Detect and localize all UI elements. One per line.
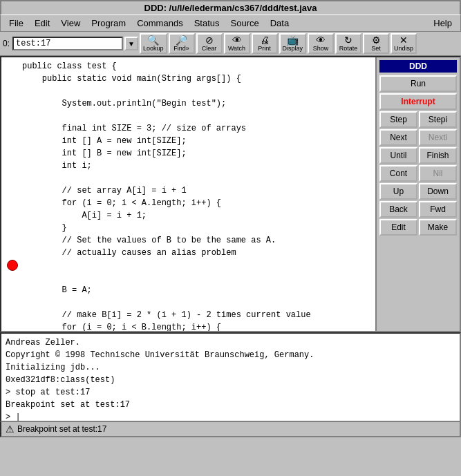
btn-row-until: Until Finish [379, 147, 457, 164]
print-icon: 🖨 [260, 35, 270, 45]
console-area[interactable]: Andreas Zeller. Copyright © 1998 Technis… [0, 332, 461, 422]
nexti-button[interactable]: Nexti [419, 129, 457, 146]
code-line-16: // actually causes an alias problem [22, 247, 371, 259]
breakpoint-marker [7, 260, 18, 271]
back-button[interactable]: Back [379, 201, 417, 218]
panel-title: DDD [379, 60, 457, 73]
until-button[interactable]: Until [379, 147, 417, 164]
code-line-15: // Set the values of B to be the same as… [22, 234, 371, 247]
rotate-icon: ↻ [344, 35, 352, 45]
undisp-icon: ✕ [399, 35, 408, 45]
show-button[interactable]: 👁 Show [308, 33, 334, 54]
fwd-button[interactable]: Fwd [419, 201, 457, 218]
code-line-8: int [] B = new int[SIZE]; [22, 147, 371, 160]
code-line-11: // set array A[i] = i + 1 [22, 184, 371, 197]
btn-row-cont: Cont Nil [379, 165, 457, 182]
code-line-7: int [] A = new int[SIZE]; [22, 135, 371, 147]
step-button[interactable]: Step [379, 111, 417, 128]
stepi-button[interactable]: Stepi [419, 111, 457, 128]
lookup-icon: 🔍 [147, 35, 159, 45]
console-line-2: Copyright © 1998 Technische Universität … [6, 349, 455, 361]
console-line-3: Initializing jdb... [6, 361, 455, 374]
console-line-4: 0xed321df8:class(test) [6, 374, 455, 386]
display-icon: 📺 [287, 35, 299, 45]
rotate-label: Rotate [339, 45, 358, 52]
toolbar: 0: ▼ 🔍 Lookup 🔎 Find» ⊘ Clear 👁 Watch 🖨 … [0, 32, 461, 56]
menu-program[interactable]: Program [86, 17, 131, 30]
code-line-19: for (i = 0; i < B.length; i++) { [22, 321, 371, 331]
code-line-2: public static void main(String args[]) { [22, 73, 371, 85]
code-line-18: // make B[i] = 2 * (i + 1) - 2 times cur… [22, 309, 371, 321]
code-line-1: public class test { [22, 60, 371, 73]
code-line-6: final int SIZE = 3; // size of arrays [22, 122, 371, 135]
menu-file[interactable]: File [3, 17, 29, 30]
code-line-3 [22, 85, 371, 97]
clear-icon: ⊘ [205, 35, 214, 45]
command-input[interactable] [12, 37, 123, 50]
find-icon: 🔎 [176, 35, 187, 45]
undisp-button[interactable]: ✕ Undisp [391, 33, 417, 54]
menu-bar: File Edit View Program Commands Status S… [0, 15, 461, 32]
watch-icon: 👁 [232, 35, 242, 45]
status-bar: ⚠ Breakpoint set at test:17 [0, 422, 461, 437]
nil-button[interactable]: Nil [419, 165, 457, 182]
toolbar-label: 0: [3, 39, 10, 48]
button-panel: DDD Run Interrupt Step Stepi Next Nexti … [377, 57, 460, 331]
code-line-14: } [22, 222, 371, 234]
finish-button[interactable]: Finish [419, 147, 457, 164]
btn-row-up: Up Down [379, 183, 457, 200]
menu-data[interactable]: Data [265, 17, 294, 30]
print-label: Print [258, 45, 271, 52]
code-line-10 [22, 172, 371, 184]
display-label: Display [283, 45, 303, 52]
status-text: Breakpoint set at test:17 [17, 424, 106, 434]
watch-button[interactable]: 👁 Watch [224, 33, 250, 54]
btn-row-edit: Edit Make [379, 219, 457, 236]
code-line-12: for (i = 0; i < A.length; i++) { [22, 197, 371, 209]
print-button[interactable]: 🖨 Print [252, 33, 278, 54]
menu-status[interactable]: Status [189, 17, 225, 30]
watch-label: Watch [228, 45, 245, 52]
btn-row-step: Step Stepi [379, 111, 457, 128]
show-icon: 👁 [316, 35, 326, 45]
dropdown-arrow[interactable]: ▼ [124, 37, 138, 50]
console-line-5: > stop at test:17 [6, 386, 455, 399]
title-text: DDD: /u/l/e/lederman/cs367/ddd/test.java [144, 3, 317, 13]
interrupt-button[interactable]: Interrupt [379, 93, 457, 110]
run-button[interactable]: Run [379, 75, 457, 92]
menu-commands[interactable]: Commands [131, 17, 188, 30]
clear-label: Clear [202, 45, 217, 52]
lookup-label: Lookup [143, 45, 164, 52]
make-button[interactable]: Make [419, 219, 457, 236]
display-button[interactable]: 📺 Display [279, 33, 307, 54]
console-line-6: Breakpoint set at test:17 [6, 399, 455, 411]
rotate-button[interactable]: ↻ Rotate [335, 33, 361, 54]
code-line-5 [22, 110, 371, 122]
find-label: Find» [173, 45, 189, 52]
code-panel[interactable]: public class test { public static void m… [1, 57, 377, 331]
console-line-7: > | [6, 411, 455, 422]
btn-row-back: Back Fwd [379, 201, 457, 218]
btn-row-run: Run [379, 75, 457, 92]
set-label: Set [371, 45, 381, 52]
menu-view[interactable]: View [55, 17, 86, 30]
console-line-1: Andreas Zeller. [6, 336, 455, 349]
title-bar: DDD: /u/l/e/lederman/cs367/ddd/test.java [0, 0, 461, 15]
btn-row-interrupt: Interrupt [379, 93, 457, 110]
code-line-9: int i; [22, 160, 371, 172]
next-button[interactable]: Next [379, 129, 417, 146]
warning-icon: ⚠ [6, 423, 15, 435]
set-button[interactable]: ⚙ Set [363, 33, 389, 54]
clear-button[interactable]: ⊘ Clear [196, 33, 223, 54]
down-button[interactable]: Down [419, 183, 457, 200]
code-line-17: B = A; [22, 259, 371, 309]
find-button[interactable]: 🔎 Find» [169, 33, 195, 54]
up-button[interactable]: Up [379, 183, 417, 200]
cont-button[interactable]: Cont [379, 165, 417, 182]
code-line-4: System.out.println("Begin test"); [22, 97, 371, 110]
edit-button[interactable]: Edit [379, 219, 417, 236]
menu-source[interactable]: Source [225, 17, 265, 30]
lookup-button[interactable]: 🔍 Lookup [140, 33, 167, 54]
menu-edit[interactable]: Edit [29, 17, 55, 30]
menu-help[interactable]: Help [428, 17, 458, 30]
